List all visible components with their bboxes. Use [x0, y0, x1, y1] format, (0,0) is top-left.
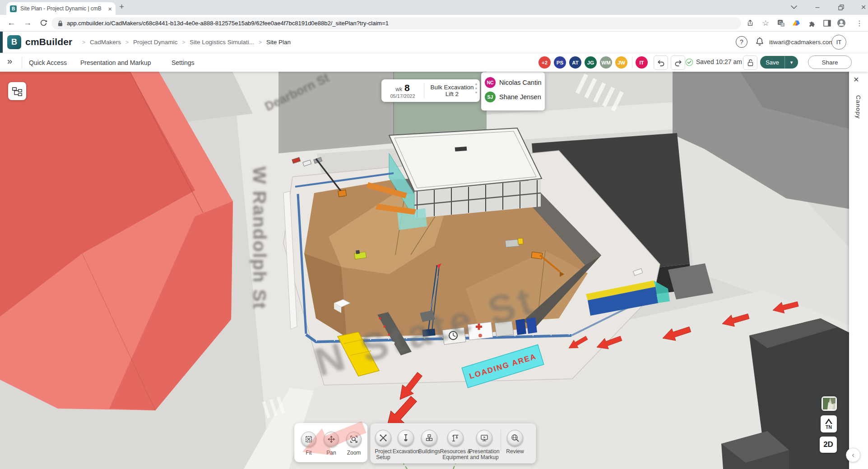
- week-info: wk 8 05/17/2022: [381, 83, 424, 99]
- url-text: app.cmbuilder.io/CadMakers/c68c8441-b13d…: [67, 20, 389, 27]
- breadcrumb-separator: >: [182, 39, 185, 46]
- breadcrumb-separator: >: [259, 39, 262, 46]
- review-icon: [511, 433, 520, 442]
- user-email: itiwari@cadmakers.com: [769, 39, 834, 46]
- week-label: wk: [395, 86, 402, 92]
- forward-icon[interactable]: →: [23, 18, 32, 28]
- cmbuilder-favicon: B: [10, 5, 17, 12]
- notifications-bell-icon[interactable]: [755, 37, 765, 49]
- breadcrumb-separator: >: [125, 39, 129, 46]
- share-page-icon[interactable]: [746, 18, 755, 28]
- extensions-puzzle-icon[interactable]: [807, 18, 816, 28]
- week-popup[interactable]: wk 8 05/17/2022 Bulk Excavation Lift 2: [381, 79, 480, 102]
- browser-window: B Site Plan - Project Dynamic | cmB × + …: [0, 0, 868, 469]
- saved-status: Saved 10:27 am: [696, 58, 742, 65]
- app-toolbar: » Quick Access Presentation and Markup S…: [0, 53, 868, 72]
- avatar-jw[interactable]: JW: [615, 56, 627, 69]
- undo-button[interactable]: [654, 55, 668, 70]
- breadcrumb-site-plan[interactable]: Site Plan: [266, 39, 291, 46]
- unlock-icon: [747, 59, 754, 67]
- bookmark-star-icon[interactable]: ☆: [761, 18, 770, 28]
- week-date: 05/17/2022: [381, 93, 424, 99]
- project-setup-button[interactable]: [375, 430, 391, 446]
- 2d-view-button[interactable]: 2D: [820, 437, 837, 453]
- site-plan-scene: LOADING AREA: [0, 72, 868, 469]
- redo-button[interactable]: [671, 55, 685, 70]
- assignee-nicolas-cantin[interactable]: NC Nicolas Cantin: [481, 75, 545, 90]
- padlock-icon: [58, 20, 63, 27]
- pan-button[interactable]: [324, 432, 339, 447]
- browser-menu-icon[interactable]: ⋮: [855, 18, 864, 28]
- presentation-markup-button[interactable]: [476, 430, 492, 446]
- buildings-button[interactable]: [421, 430, 437, 446]
- breadcrumb-separator: >: [82, 39, 85, 46]
- window-minimize-button[interactable]: –: [807, 0, 828, 14]
- translate-icon[interactable]: Gあ: [776, 18, 785, 28]
- scene-tree-button[interactable]: [8, 82, 26, 100]
- zoom-button[interactable]: [346, 432, 362, 447]
- avatar-at[interactable]: AT: [569, 56, 581, 69]
- divider: [501, 430, 501, 451]
- user-avatar[interactable]: IT: [831, 35, 846, 50]
- new-tab-button[interactable]: +: [119, 2, 124, 12]
- week-number: 8: [404, 83, 410, 93]
- profile-avatar-icon[interactable]: [837, 18, 846, 28]
- reload-icon[interactable]: [39, 18, 48, 28]
- crane-icon: [451, 433, 460, 442]
- excavation-button[interactable]: [398, 430, 414, 446]
- side-panel-icon[interactable]: [822, 18, 831, 28]
- lock-button[interactable]: [743, 55, 757, 70]
- brand-accent-bar: [0, 32, 3, 53]
- resources-equipment-button[interactable]: [447, 430, 464, 446]
- avatar-wm[interactable]: WM: [600, 56, 612, 69]
- fit-button[interactable]: [301, 432, 316, 447]
- review-button[interactable]: [507, 430, 523, 446]
- extension-arrows-icon[interactable]: [792, 18, 801, 28]
- assignees-card: NC Nicolas Cantin SJ Shane Jensen: [481, 72, 545, 110]
- url-input[interactable]: app.cmbuilder.io/CadMakers/c68c8441-b13d…: [51, 17, 741, 29]
- cmbuilder-logo-icon: B: [7, 35, 21, 49]
- save-dropdown-icon[interactable]: ▾: [785, 60, 798, 65]
- project-setup-icon: [379, 433, 388, 442]
- breadcrumb-cadmakers[interactable]: CadMakers: [90, 39, 121, 46]
- breadcrumb-project-dynamic[interactable]: Project Dynamic: [133, 39, 177, 46]
- assignee-shane-jensen[interactable]: SJ Shane Jensen: [481, 90, 545, 104]
- tab-close-icon[interactable]: ×: [108, 5, 112, 13]
- menu-settings[interactable]: Settings: [172, 53, 195, 72]
- window-close-button[interactable]: ×: [853, 0, 868, 14]
- tab-search-icon[interactable]: [784, 0, 804, 14]
- presentation-markup-label: Presentation and Markup: [464, 449, 504, 460]
- scene-tree-icon: [11, 86, 23, 97]
- browser-tab[interactable]: B Site Plan - Project Dynamic | cmB ×: [6, 2, 116, 15]
- redo-icon: [674, 59, 682, 67]
- back-icon[interactable]: ←: [7, 18, 15, 28]
- share-button[interactable]: Share: [808, 55, 852, 69]
- save-button[interactable]: Save ▾: [760, 56, 798, 69]
- buildings-icon: [425, 433, 434, 442]
- menu-quick-access[interactable]: Quick Access: [29, 53, 67, 72]
- presentation-icon: [480, 433, 489, 442]
- panel-close-icon[interactable]: ×: [854, 74, 859, 85]
- undo-icon: [657, 59, 665, 67]
- menu-presentation-markup[interactable]: Presentation and Markup: [80, 53, 151, 72]
- minimap-thumbnail[interactable]: [822, 396, 837, 411]
- svg-text:あ: あ: [781, 23, 784, 26]
- fit-icon: [304, 435, 313, 444]
- help-button[interactable]: ?: [736, 36, 747, 48]
- assignee-name: Nicolas Cantin: [499, 79, 542, 86]
- popup-drag-handle[interactable]: [475, 83, 477, 93]
- breadcrumb-site-logistics[interactable]: Site Logistics Simulati...: [190, 39, 254, 46]
- avatar-overflow[interactable]: +2: [538, 56, 551, 69]
- panel-collapse-button[interactable]: ‹: [846, 448, 860, 462]
- view-tools-toolbar: Fit Pan Zoom: [294, 423, 367, 462]
- expand-sidebar-icon[interactable]: »: [7, 56, 12, 66]
- window-restore-button[interactable]: [831, 0, 851, 14]
- avatar-jg[interactable]: JG: [585, 56, 597, 69]
- north-triangle-icon: [825, 418, 832, 424]
- true-north-button[interactable]: TN: [821, 415, 837, 432]
- avatar-current-user[interactable]: IT: [636, 56, 648, 69]
- avatar-nc: NC: [485, 77, 496, 88]
- 3d-viewport[interactable]: LOADING AREA Dearborn St W Randolph St W…: [0, 72, 868, 469]
- avatar-ps[interactable]: PS: [554, 56, 566, 69]
- avatar-sj: SJ: [485, 92, 496, 102]
